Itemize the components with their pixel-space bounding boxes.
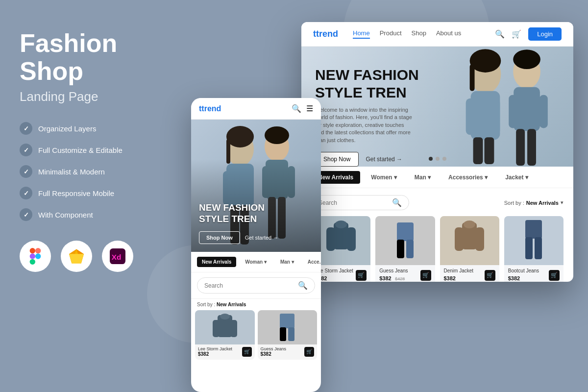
svg-rect-2: [30, 254, 35, 259]
mobile-categories: New Arrivals Woman ▾ Man ▾ Acce...: [191, 252, 321, 272]
check-icon-4: [20, 187, 32, 199]
features-list: Organized Layers Full Customize & Editab…: [20, 122, 174, 221]
svg-point-4: [35, 254, 41, 259]
svg-rect-45: [516, 129, 525, 166]
desktop-category-nav: New Arrivals Women ▾ Man ▾ Accessories ▾…: [301, 167, 573, 188]
desktop-product-card-4: Bootcut Jeans $382 🛒: [504, 216, 564, 282]
mobile-cart-btn-2[interactable]: 🛒: [304, 347, 314, 357]
desktop-sort-chevron[interactable]: ▾: [561, 199, 564, 206]
desktop-logo: ttrend: [313, 29, 338, 39]
desktop-cat-man[interactable]: Man ▾: [408, 171, 438, 184]
svg-point-47: [514, 49, 541, 69]
desktop-product-img-4: [504, 216, 564, 265]
mobile-get-started-button[interactable]: Get started →: [245, 235, 278, 241]
svg-rect-37: [473, 137, 483, 164]
svg-rect-46: [527, 129, 536, 166]
mobile-product-info-1: Lee Storm Jacket $382 🛒: [195, 344, 255, 360]
sketch-icon-wrap: [61, 241, 92, 272]
desktop-search-input[interactable]: [318, 199, 388, 206]
nav-link-product[interactable]: Product: [380, 29, 402, 39]
mobile-cart-btn-1[interactable]: 🛒: [242, 347, 252, 357]
desktop-cart-btn-2[interactable]: 🛒: [420, 270, 431, 281]
svg-rect-31: [280, 327, 286, 341]
svg-rect-40: [470, 64, 475, 91]
desktop-sort-label: Sort by :: [504, 200, 524, 206]
mobile-product-card-2: Guess Jeans $382 🛒: [258, 310, 318, 360]
mobile-header-icons: 🔍 ☰: [292, 104, 313, 113]
desktop-jeans-2: [521, 219, 546, 263]
mobile-product-price-1: $382: [198, 351, 232, 357]
feature-item-1: Organized Layers: [20, 122, 174, 135]
desktop-cart-btn-4[interactable]: 🛒: [549, 270, 560, 281]
desktop-search-icon-input: 🔍: [392, 198, 402, 207]
svg-rect-1: [35, 248, 41, 253]
desktop-jacket-1: [324, 219, 358, 263]
svg-rect-56: [455, 227, 464, 251]
figma-icon: [28, 248, 42, 265]
desktop-product-info-2: Guess Jeans $382 $428 🛒: [375, 265, 435, 282]
mobile-hero-buttons: Shop Now Get started →: [199, 231, 313, 244]
mobile-logo: ttrend: [199, 104, 221, 113]
desktop-hero-buttons: Shop Now Get started →: [315, 152, 419, 167]
desktop-cat-jacket[interactable]: Jacket ▾: [498, 171, 535, 184]
search-input-wrap: 🔍: [197, 277, 315, 294]
mobile-search: 🔍: [191, 272, 321, 299]
svg-rect-42: [514, 87, 540, 131]
svg-rect-49: [326, 227, 335, 251]
nav-link-shop[interactable]: Shop: [412, 29, 426, 39]
svg-rect-28: [230, 320, 237, 337]
svg-marker-8: [69, 254, 84, 264]
nav-link-about[interactable]: About us: [436, 29, 461, 39]
desktop-cat-accessories[interactable]: Accessories ▾: [441, 171, 494, 184]
desktop-cat-women[interactable]: Women ▾: [364, 171, 403, 184]
xd-icon-wrap: Xd: [102, 241, 133, 272]
category-woman[interactable]: Woman ▾: [240, 257, 271, 267]
category-acce[interactable]: Acce...: [303, 257, 321, 267]
desktop-login-button[interactable]: Login: [528, 27, 562, 41]
mobile-header: ttrend 🔍 ☰: [191, 98, 321, 120]
mobile-product-price-2: $382: [261, 351, 287, 357]
mobile-product-name-1: Lee Storm Jacket: [198, 346, 232, 351]
svg-point-58: [464, 220, 475, 228]
mobile-product-img-1: [195, 310, 255, 344]
desktop-product-price-4: $382: [508, 275, 520, 281]
svg-rect-59: [525, 220, 542, 239]
feature-label-2: Full Customize & Editable: [38, 146, 122, 154]
svg-rect-54: [406, 240, 414, 258]
feature-label-1: Organized Layers: [38, 124, 96, 133]
mobile-product-card-1: Lee Storm Jacket $382 🛒: [195, 310, 255, 360]
mobile-shop-now-button[interactable]: Shop Now: [199, 231, 240, 244]
check-icon-3: [20, 165, 32, 178]
menu-icon[interactable]: ☰: [306, 104, 313, 113]
svg-rect-52: [397, 222, 414, 241]
dot-2[interactable]: [436, 157, 440, 161]
search-input[interactable]: [204, 282, 294, 289]
mobile-hero-title: NEW FASHIONSTYLE TREN: [199, 202, 313, 225]
dot-3[interactable]: [442, 157, 446, 161]
desktop-product-img-2: [375, 216, 435, 265]
desktop-products-section: 🔍 Sort by : New Arrivals ▾: [301, 188, 573, 282]
desktop-product-grid: Lee Storm Jacket $382 🛒 G: [311, 216, 564, 282]
desktop-shop-now-button[interactable]: Shop Now: [315, 152, 359, 167]
desktop-cart-btn-1[interactable]: 🛒: [356, 270, 367, 281]
search-icon[interactable]: 🔍: [292, 104, 301, 113]
desktop-get-started-button[interactable]: Get started →: [366, 156, 402, 163]
category-man[interactable]: Man ▾: [275, 257, 299, 267]
desktop-product-old-price-2: $428: [395, 276, 405, 281]
desktop-cart-btn-3[interactable]: 🛒: [485, 270, 495, 281]
svg-rect-27: [213, 320, 220, 337]
svg-rect-57: [475, 227, 484, 251]
feature-label-5: With Component: [38, 211, 93, 219]
mobile-sort-row: Sort by : New Arrivals: [191, 299, 321, 310]
desktop-hero-title: NEW FASHIONSTYLE TREN: [315, 66, 419, 101]
sort-value: New Arrivals: [217, 302, 246, 307]
desktop-search-icon[interactable]: 🔍: [495, 29, 505, 39]
nav-link-home[interactable]: Home: [353, 29, 370, 39]
dot-1[interactable]: [429, 157, 433, 161]
category-new-arrivals[interactable]: New Arrivals: [197, 257, 236, 267]
jacket-image-1: [210, 313, 240, 342]
svg-point-51: [335, 220, 347, 228]
feature-label-3: Minimalist & Modern: [38, 168, 105, 176]
desktop-cart-icon[interactable]: 🛒: [512, 29, 521, 39]
left-panel: Fashion Shop Landing Page Organized Laye…: [0, 0, 194, 392]
